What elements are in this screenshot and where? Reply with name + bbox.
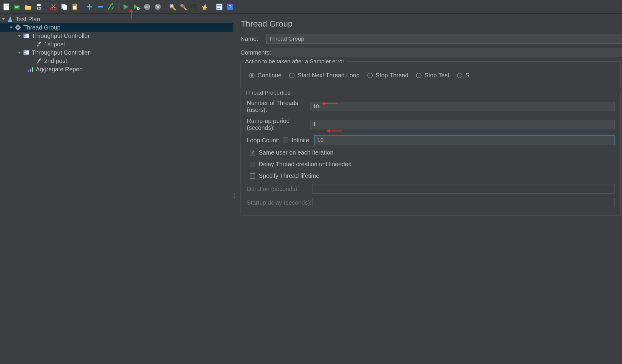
panel-title: Thread Group	[241, 19, 622, 29]
tree-item-test-plan[interactable]: Test Plan	[0, 15, 233, 23]
tree-label: Aggregate Report	[36, 66, 83, 73]
thread-properties-legend: Thread Properties	[244, 90, 292, 96]
svg-rect-6	[37, 4, 41, 6]
toolbar-separator	[165, 3, 165, 11]
startup-delay-input	[312, 198, 615, 207]
help-icon[interactable]: ?	[225, 2, 235, 12]
function-helper-icon[interactable]	[215, 2, 224, 12]
toolbar-separator	[118, 3, 118, 11]
svg-line-37	[191, 8, 192, 10]
rampup-input[interactable]	[310, 120, 615, 129]
loop-count-input[interactable]	[315, 135, 615, 145]
radio-stop-test[interactable]: Stop Test	[416, 72, 449, 79]
paste-icon[interactable]	[70, 2, 80, 12]
svg-rect-4	[15, 7, 18, 8]
checkbox-label: Delay Thread creation until needed	[259, 161, 352, 168]
radio-label: S	[465, 72, 469, 79]
shutdown-icon[interactable]	[153, 2, 163, 12]
sampler-icon	[36, 41, 42, 47]
details-panel: Thread Group Name: Comments: Action to b…	[235, 14, 622, 364]
start-no-pauses-icon[interactable]	[132, 2, 141, 12]
checkbox-label: Specify Thread lifetime	[259, 172, 319, 179]
radio-label: Stop Thread	[376, 72, 409, 79]
search-icon[interactable]	[189, 2, 199, 12]
tree-item-throughput-controller-1[interactable]: Throughput Controller	[0, 32, 233, 40]
new-icon[interactable]	[2, 2, 11, 12]
clear-all-icon[interactable]	[178, 2, 188, 12]
tree-label: Throughput Controller	[32, 49, 90, 56]
tree-label: Thread Group	[23, 24, 61, 31]
start-icon[interactable]	[121, 2, 130, 12]
radio-label: Start Next Thread Loop	[298, 72, 360, 79]
sampler-error-legend: Action to be taken after a Sampler error	[244, 58, 346, 65]
delay-thread-checkbox[interactable]	[250, 162, 255, 167]
sampler-icon	[36, 58, 42, 64]
radio-icon	[289, 73, 295, 78]
toolbar-separator	[46, 3, 46, 11]
rampup-label: Ramp-up period (seconds):	[247, 118, 310, 131]
svg-marker-22	[124, 4, 128, 10]
cut-icon[interactable]	[49, 2, 58, 12]
same-user-checkbox[interactable]	[250, 150, 255, 155]
svg-rect-58	[24, 36, 26, 37]
tree-item-2nd-post[interactable]: 2nd post	[0, 57, 233, 65]
clear-icon[interactable]	[168, 2, 177, 12]
comments-label: Comments:	[241, 49, 271, 56]
toolbar-separator	[212, 3, 212, 11]
flask-icon	[7, 16, 13, 22]
specify-lifetime-checkbox-row[interactable]: Specify Thread lifetime	[250, 172, 615, 179]
expand-icon[interactable]	[85, 2, 94, 12]
svg-text:?: ?	[229, 4, 232, 10]
save-icon[interactable]	[34, 2, 44, 12]
name-input[interactable]	[266, 34, 622, 44]
svg-rect-66	[38, 58, 41, 61]
tree-label: Test Plan	[16, 16, 40, 23]
svg-rect-69	[32, 67, 33, 72]
svg-marker-48	[10, 27, 13, 29]
svg-rect-17	[73, 6, 76, 9]
delay-thread-checkbox-row[interactable]: Delay Thread creation until needed	[250, 161, 615, 168]
svg-rect-59	[27, 34, 28, 37]
same-user-checkbox-row[interactable]: Same user on each iteration	[250, 149, 615, 156]
tree-item-thread-group[interactable]: Thread Group	[0, 23, 233, 32]
svg-point-8	[38, 7, 40, 9]
startup-delay-label: Startup delay (seconds):	[247, 199, 312, 206]
infinite-checkbox[interactable]	[283, 138, 288, 143]
reset-search-icon[interactable]	[200, 2, 210, 12]
svg-rect-68	[30, 69, 31, 72]
copy-icon[interactable]	[59, 2, 69, 12]
tree-item-aggregate-report[interactable]: Aggregate Report	[0, 65, 233, 73]
tree-item-throughput-controller-2[interactable]: Throughput Controller	[0, 48, 233, 57]
checkbox-label: Same user on each iteration	[259, 149, 333, 156]
templates-icon[interactable]	[13, 2, 22, 12]
specify-lifetime-checkbox[interactable]	[250, 173, 255, 179]
radio-continue[interactable]: Continue	[249, 72, 281, 79]
stop-icon[interactable]: STOP	[142, 2, 152, 12]
radio-icon	[416, 73, 421, 78]
tree-panel[interactable]: Test Plan Thread Group Throughput Contro…	[0, 14, 233, 364]
name-label: Name:	[241, 36, 266, 42]
svg-marker-55	[18, 35, 21, 37]
infinite-label: Infinite	[292, 137, 309, 144]
toolbar: STOP ?	[0, 0, 622, 14]
splitter[interactable]	[233, 14, 235, 364]
svg-rect-65	[27, 51, 28, 54]
tree-item-1st-post[interactable]: 1st post	[0, 40, 233, 48]
toggle-icon[interactable]	[106, 2, 116, 12]
sampler-error-fieldset: Action to be taken after a Sampler error…	[241, 61, 621, 88]
open-icon[interactable]	[23, 2, 33, 12]
tree-label: 2nd post	[44, 58, 67, 64]
radio-stop-thread[interactable]: Stop Thread	[367, 72, 409, 79]
report-icon	[27, 66, 33, 72]
radio-stop-test-now[interactable]: S	[457, 72, 469, 79]
svg-marker-61	[18, 52, 21, 54]
threads-input[interactable]	[310, 102, 615, 111]
loop-count-label: Loop Count:	[247, 137, 283, 144]
gear-icon	[15, 24, 21, 30]
svg-rect-14	[63, 5, 67, 10]
comments-input[interactable]	[271, 48, 622, 57]
radio-start-next-loop[interactable]: Start Next Thread Loop	[289, 72, 360, 79]
svg-marker-47	[2, 18, 5, 20]
collapse-icon[interactable]	[96, 2, 105, 12]
svg-point-21	[111, 3, 113, 5]
